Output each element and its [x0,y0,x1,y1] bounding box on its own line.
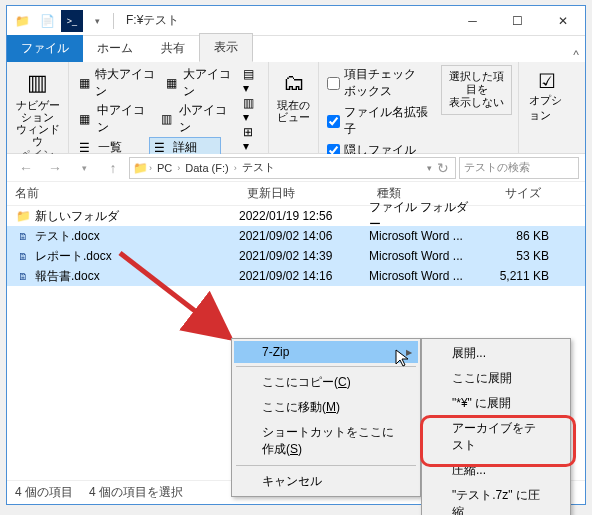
tab-view[interactable]: 表示 [199,33,253,62]
minimize-button[interactable]: ─ [450,7,495,35]
doc-icon: 📄 [36,10,58,32]
ctx-extract-to[interactable]: "*¥" に展開 [424,391,568,416]
back-button[interactable]: ← [13,156,39,180]
tab-file[interactable]: ファイル [7,35,83,62]
close-button[interactable]: ✕ [540,7,585,35]
ctx-cancel[interactable]: キャンセル [234,469,418,494]
breadcrumb[interactable]: 📁 › PC› Data (F:)› テスト ▾ ↻ [129,157,456,179]
forward-button[interactable]: → [42,156,68,180]
ctx-move-here[interactable]: ここに移動(M) [234,395,418,420]
up-button[interactable]: ↑ [100,156,126,180]
ctx-test-archive[interactable]: アーカイブをテスト [424,416,568,458]
ctx-copy-here[interactable]: ここにコピー(C) [234,370,418,395]
ribbon: ▥ ナビゲーション ウィンドウ ペイン ▦特大アイコン ▦大アイコン ▦中アイコ… [7,62,585,154]
sort-controls[interactable]: ▤ ▾ ▥ ▾ ⊞ ▾ [241,65,262,153]
options-icon: ☑ [538,69,556,93]
drive-icon: 📁 [132,161,148,175]
chk-file-ext[interactable]: ファイル名拡張子 [325,103,433,139]
file-row[interactable]: 🗎報告書.docx2021/09/02 14:16Microsoft Word … [7,266,585,286]
maximize-button[interactable]: ☐ [495,7,540,35]
context-submenu-7zip: 展開... ここに展開 "*¥" に展開 アーカイブをテスト 圧縮... "テス… [421,338,571,515]
recent-dropdown[interactable]: ▾ [71,156,97,180]
tab-share[interactable]: 共有 [147,35,199,62]
nav-pane-icon: ▥ [22,67,54,99]
file-row[interactable]: 🗎レポート.docx2021/09/02 14:39Microsoft Word… [7,246,585,266]
current-view-button[interactable]: 🗂 現在の ビュー [275,65,312,123]
folder-icon: 📁 [11,10,33,32]
ctx-7zip[interactable]: 7-Zip [234,341,418,363]
context-menu: 7-Zip ここにコピー(C) ここに移動(M) ショートカットをここに作成(S… [231,338,421,497]
ctx-compress[interactable]: 圧縮... [424,458,568,483]
refresh-icon[interactable]: ↻ [433,156,453,180]
column-headers[interactable]: 名前 更新日時 種類 サイズ [7,182,585,206]
tab-home[interactable]: ホーム [83,35,147,62]
ctx-compress-7z[interactable]: "テスト.7z" に圧縮 [424,483,568,515]
chk-item-checkboxes[interactable]: 項目チェック ボックス [325,65,433,101]
layout-gallery[interactable]: ▦特大アイコン ▦大アイコン ▦中アイコン ▥小アイコン ☰一覧 ☰詳細 [75,65,237,158]
nav-pane-button[interactable]: ▥ ナビゲーション ウィンドウ [13,65,62,147]
search-input[interactable]: テストの検索 [459,157,579,179]
powershell-icon[interactable]: >_ [61,10,83,32]
ctx-extract-here[interactable]: ここに展開 [424,366,568,391]
titlebar: 📁 📄 >_ ▾ F:¥テスト ─ ☐ ✕ [7,6,585,36]
window-title: F:¥テスト [120,12,450,29]
ribbon-tabs: ファイル ホーム 共有 表示 ^ [7,36,585,62]
hide-selected-button[interactable]: 選択した項目を 表示しない [441,65,512,115]
file-list: 📁新しいフォルダ2022/01/19 12:56ファイル フォルダー🗎テスト.d… [7,206,585,286]
file-row[interactable]: 📁新しいフォルダ2022/01/19 12:56ファイル フォルダー [7,206,585,226]
ctx-shortcut-here[interactable]: ショートカットをここに作成(S) [234,420,418,462]
ctx-extract[interactable]: 展開... [424,341,568,366]
current-view-icon: 🗂 [278,67,310,99]
address-bar: ← → ▾ ↑ 📁 › PC› Data (F:)› テスト ▾ ↻ テストの検… [7,154,585,182]
file-row[interactable]: 🗎テスト.docx2021/09/02 14:06Microsoft Word … [7,226,585,246]
qat-dropdown-icon[interactable]: ▾ [86,10,108,32]
options-button[interactable]: ☑ オプション [525,65,569,127]
ribbon-collapse-icon[interactable]: ^ [567,48,585,62]
